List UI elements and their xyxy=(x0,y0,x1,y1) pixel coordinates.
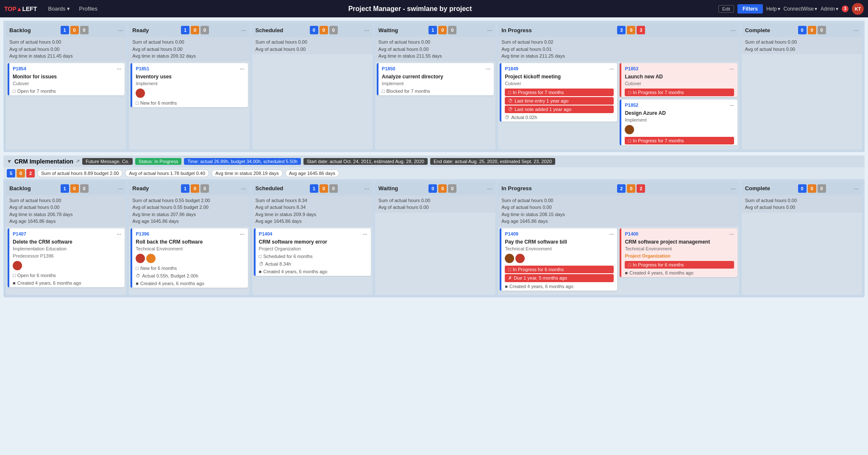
count-blue: 1 xyxy=(181,184,189,193)
column-waiting-crm: Waiting 0 0 0 ··· Sum of actual hours 0.… xyxy=(375,182,495,295)
chevron-down-icon: ▾ xyxy=(836,6,838,12)
column-counts: 0 0 0 xyxy=(798,26,826,34)
card-avatars xyxy=(132,253,248,265)
card-avatars xyxy=(9,260,125,272)
column-menu-icon[interactable]: ··· xyxy=(487,185,492,192)
card-menu-icon[interactable]: ··· xyxy=(117,66,121,72)
swimlane-crm: ▼ CRM Implementation ↗ Future Message, C… xyxy=(3,155,865,297)
card-P1400: P1400 ··· CRM software project managemen… xyxy=(620,228,737,277)
card-menu-icon[interactable]: ··· xyxy=(363,231,367,237)
column-menu-icon[interactable]: ··· xyxy=(854,185,859,192)
card-tag-due: ✗ Due 1 year, 5 months ago xyxy=(505,274,614,282)
notification-badge[interactable]: 3 xyxy=(842,6,849,12)
card-info-hours: ⏱ Actual 8.34h xyxy=(256,261,371,268)
card-tag-time: ⏱ Last time entry 1 year ago xyxy=(505,97,614,105)
count-gray: 0 xyxy=(818,26,826,34)
column-menu-icon[interactable]: ··· xyxy=(854,27,859,33)
count-orange: 0 xyxy=(320,26,328,34)
card-menu-icon[interactable]: ··· xyxy=(609,66,614,72)
count-orange: 0 xyxy=(17,169,25,178)
column-counts: 3 0 3 xyxy=(617,26,645,34)
card-P1850: P1850 ··· Analyze current directory Impl… xyxy=(377,63,494,95)
avatar xyxy=(505,254,514,263)
avatar xyxy=(625,125,634,134)
card-menu-icon[interactable]: ··· xyxy=(729,66,734,72)
column-title: Waiting xyxy=(378,185,398,191)
card-subtitle: Cutover xyxy=(501,80,617,88)
count-blue: 0 xyxy=(310,26,318,34)
status-icon: □ xyxy=(508,90,511,95)
column-counts: 1 0 0 xyxy=(181,26,209,34)
card-id: P1851 xyxy=(136,66,149,71)
column-counts: 0 0 0 xyxy=(798,184,826,193)
column-menu-icon[interactable]: ··· xyxy=(118,27,123,33)
clock-icon: ⏱ xyxy=(136,273,140,278)
card-menu-icon[interactable]: ··· xyxy=(729,102,734,108)
column-stats: Sum of actual hours 0.00 Avg of actual h… xyxy=(742,37,862,54)
card-menu-icon[interactable]: ··· xyxy=(486,66,490,72)
card-menu-icon[interactable]: ··· xyxy=(240,66,245,72)
count-blue: 1 xyxy=(310,184,318,193)
column-inprogress-crm: In Progress 2 0 2 ··· Sum of actual hour… xyxy=(498,182,739,295)
admin-dropdown[interactable]: Admin ▾ xyxy=(821,6,838,12)
card-menu-icon[interactable]: ··· xyxy=(240,231,245,237)
column-menu-icon[interactable]: ··· xyxy=(731,185,736,192)
edit-button[interactable]: Edit xyxy=(718,5,734,13)
column-stats: Sum of actual hours 0.00 Avg of actual h… xyxy=(742,195,862,213)
column-menu-icon[interactable]: ··· xyxy=(364,185,369,192)
card-id: P1853 xyxy=(625,66,638,71)
column-stats: Sum of actual hours 0.00 Avg of actual h… xyxy=(498,195,739,227)
card-P1852: P1852 ··· Design Azure AD Implement □ In… xyxy=(620,100,737,145)
swimlane-1: Backlog 1 0 0 ··· Sum of actual hours 0.… xyxy=(3,21,865,152)
column-menu-icon[interactable]: ··· xyxy=(118,185,123,192)
collapse-button[interactable]: ▼ xyxy=(7,158,12,164)
column-backlog-crm: Backlog 1 0 0 ··· Sum of actual hours 0.… xyxy=(6,182,126,295)
column-cards xyxy=(742,54,862,88)
card-title: Delete the CRM software xyxy=(9,238,125,246)
card-subtitle: Technical Environment xyxy=(621,246,737,253)
filters-button[interactable]: Filters xyxy=(737,4,763,14)
count-blue: 0 xyxy=(798,184,807,193)
swimlane-crm-stats: 5 0 2 Sum of actual hours 8.89 budget 2.… xyxy=(3,167,865,179)
status-icon: □ xyxy=(628,138,631,143)
column-cards: P1404 ··· CRM software memory error Proj… xyxy=(252,227,373,280)
inprogress-crm-right: P1400 ··· CRM software project managemen… xyxy=(620,228,737,293)
card-menu-icon[interactable]: ··· xyxy=(609,231,614,237)
chevron-down-icon: ▾ xyxy=(815,6,817,12)
column-menu-icon[interactable]: ··· xyxy=(241,27,246,33)
nav-boards[interactable]: Boards ▾ xyxy=(44,4,74,14)
column-counts: 1 0 0 xyxy=(181,184,209,193)
header-nav: Boards ▾ Profiles xyxy=(44,4,102,14)
column-stats: Sum of actual hours 0.00 Avg of actual h… xyxy=(129,37,249,61)
count-red: 0 xyxy=(80,26,89,34)
card-subtitle: Technical Environment xyxy=(501,246,617,253)
connectwise-dropdown[interactable]: ConnectWise ▾ xyxy=(784,6,817,12)
card-menu-icon[interactable]: ··· xyxy=(117,231,121,237)
card-info: □ New for 6 months xyxy=(132,100,248,107)
card-subtitle: Technical Environment xyxy=(132,246,248,253)
nav-profiles[interactable]: Profiles xyxy=(75,4,102,14)
count-gray: 0 xyxy=(329,26,338,34)
card-title: Project kickoff meeting xyxy=(501,73,617,80)
help-dropdown[interactable]: Help ▾ xyxy=(766,6,780,12)
column-menu-icon[interactable]: ··· xyxy=(364,27,369,33)
count-blue: 1 xyxy=(61,26,69,34)
column-menu-icon[interactable]: ··· xyxy=(487,27,492,33)
avatar xyxy=(136,254,145,263)
avatar[interactable]: KT xyxy=(852,3,864,15)
column-menu-icon[interactable]: ··· xyxy=(241,185,246,192)
inprogress-right: P1853 ··· Launch new AD Cutover □ In Pro… xyxy=(620,63,737,148)
column-scheduled-1: Scheduled 0 0 0 ··· Sum of actual hours … xyxy=(252,23,373,150)
card-P1853: P1853 ··· Launch new AD Cutover □ In Pro… xyxy=(620,63,737,97)
column-header-inprogress-crm: In Progress 2 0 2 ··· xyxy=(498,182,739,195)
count-blue: 5 xyxy=(7,169,15,178)
card-subtitle: Implement xyxy=(621,117,737,124)
external-link-icon[interactable]: ↗ xyxy=(76,158,80,164)
card-avatars xyxy=(621,124,737,136)
count-orange: 0 xyxy=(438,26,447,34)
stat-pill-avg-time: Avg time in status 208.19 days xyxy=(211,169,283,177)
column-title: In Progress xyxy=(501,27,532,33)
card-menu-icon[interactable]: ··· xyxy=(729,231,734,237)
column-title: Complete xyxy=(745,185,770,191)
column-menu-icon[interactable]: ··· xyxy=(731,27,736,33)
